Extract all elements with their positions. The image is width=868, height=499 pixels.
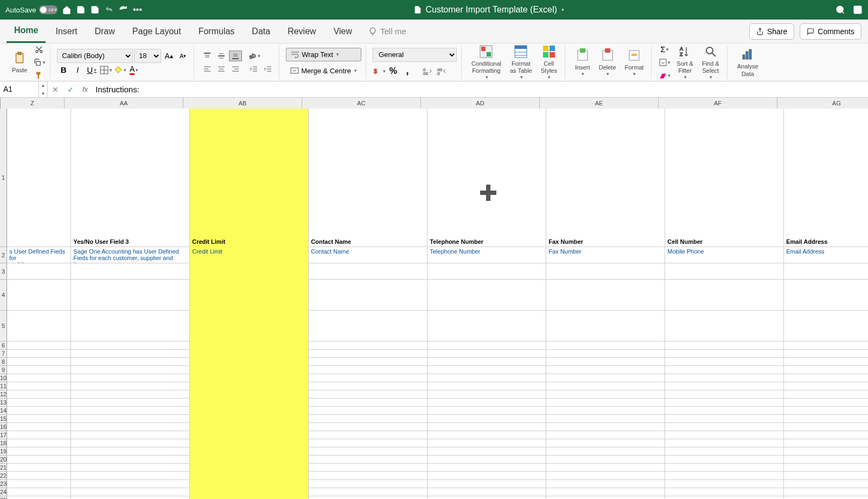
align-center-icon[interactable]	[215, 64, 228, 74]
cell[interactable]	[309, 439, 427, 447]
row-header[interactable]: 18	[0, 439, 7, 447]
row-header[interactable]: 25	[0, 496, 7, 499]
increase-decimal-icon[interactable]: .0.00	[420, 65, 433, 77]
cell[interactable]	[71, 407, 190, 415]
cell[interactable]	[190, 280, 309, 311]
cell[interactable]	[546, 456, 665, 464]
cell[interactable]	[427, 382, 546, 390]
cell[interactable]	[427, 472, 546, 480]
merge-centre-button[interactable]: Merge & Centre▾	[286, 65, 361, 77]
row-header[interactable]: 10	[0, 374, 7, 382]
cell[interactable]	[7, 447, 71, 456]
column-header[interactable]: Z	[1, 98, 65, 109]
cell[interactable]	[427, 311, 546, 342]
cell[interactable]	[71, 374, 190, 382]
cell[interactable]	[427, 399, 546, 407]
cell[interactable]	[71, 342, 190, 350]
fill-icon[interactable]: ▾	[658, 56, 671, 68]
cell[interactable]	[190, 399, 309, 407]
cell[interactable]	[71, 399, 190, 407]
cell[interactable]	[71, 423, 190, 431]
cell[interactable]	[427, 488, 546, 496]
format-cells-button[interactable]: Format▾	[622, 47, 647, 78]
row-header[interactable]: 20	[0, 456, 7, 464]
cell[interactable]: Mobile Phone	[665, 247, 784, 263]
cell[interactable]	[309, 263, 427, 280]
tell-me[interactable]: Tell me	[368, 27, 406, 36]
cell[interactable]	[784, 464, 868, 472]
row-header[interactable]: 23	[0, 480, 7, 488]
cell[interactable]	[784, 439, 868, 447]
cell[interactable]	[427, 439, 546, 447]
cell[interactable]	[665, 407, 784, 415]
orientation-icon[interactable]: ab▾	[247, 50, 260, 62]
cell[interactable]	[190, 423, 309, 431]
cell[interactable]: s User Defined Fieds forand item.d False	[7, 247, 71, 263]
cell[interactable]	[7, 350, 71, 358]
cell[interactable]	[546, 472, 665, 480]
cell[interactable]	[784, 496, 868, 499]
align-left-icon[interactable]	[201, 64, 214, 74]
cell[interactable]	[665, 366, 784, 374]
cell[interactable]	[190, 350, 309, 358]
cell[interactable]	[546, 358, 665, 366]
cell[interactable]	[665, 374, 784, 382]
cell[interactable]	[665, 390, 784, 399]
format-as-table-button[interactable]: Format as Table▾	[507, 43, 535, 81]
cell[interactable]	[7, 464, 71, 472]
cell[interactable]	[546, 407, 665, 415]
row-header[interactable]: 1	[0, 109, 7, 247]
cell[interactable]	[427, 390, 546, 399]
align-right-icon[interactable]	[229, 64, 242, 74]
tab-page-layout[interactable]: Page Layout	[125, 20, 189, 43]
paste-button[interactable]: Paste	[9, 49, 30, 75]
cell[interactable]	[546, 382, 665, 390]
cell[interactable]	[190, 496, 309, 499]
cell[interactable]	[7, 415, 71, 423]
cell[interactable]	[309, 472, 427, 480]
redo-icon[interactable]	[118, 5, 128, 15]
cell[interactable]	[71, 280, 190, 311]
cell[interactable]	[309, 342, 427, 350]
cell[interactable]	[190, 407, 309, 415]
cell[interactable]: Contact Name	[309, 247, 427, 263]
cell[interactable]	[7, 456, 71, 464]
cell[interactable]	[309, 280, 427, 311]
row-header[interactable]: 16	[0, 423, 7, 431]
tab-data[interactable]: Data	[244, 20, 278, 43]
comments-button[interactable]: Comments	[800, 23, 861, 40]
cell[interactable]	[427, 407, 546, 415]
row-header[interactable]: 13	[0, 399, 7, 407]
cell[interactable]	[546, 447, 665, 456]
cell[interactable]	[784, 311, 868, 342]
cell[interactable]	[665, 439, 784, 447]
column-header[interactable]: AG	[777, 98, 868, 109]
cell[interactable]	[7, 407, 71, 415]
cell[interactable]	[546, 464, 665, 472]
column-header[interactable]: AA	[65, 98, 183, 109]
cell[interactable]: Sage One Accounting has User Defined Fie…	[71, 247, 190, 263]
percent-icon[interactable]: %	[387, 65, 400, 77]
cell[interactable]	[427, 342, 546, 350]
align-top-icon[interactable]	[201, 50, 214, 61]
font-name-select[interactable]: Calibri (Body)	[57, 49, 133, 63]
cell[interactable]	[665, 311, 784, 342]
column-header[interactable]: AF	[659, 98, 777, 109]
row-header[interactable]: 9	[0, 366, 7, 374]
cell[interactable]: Email Address	[784, 247, 868, 263]
font-size-select[interactable]: 18	[134, 49, 161, 63]
cell[interactable]: Credit Limit	[190, 109, 309, 247]
home-icon[interactable]	[62, 5, 72, 15]
cell[interactable]	[427, 464, 546, 472]
cell[interactable]	[665, 280, 784, 311]
cell[interactable]	[665, 447, 784, 456]
cell[interactable]	[427, 366, 546, 374]
cell[interactable]	[190, 439, 309, 447]
cell[interactable]	[190, 431, 309, 439]
cell[interactable]	[71, 472, 190, 480]
search-icon[interactable]	[835, 5, 845, 15]
cell[interactable]	[665, 382, 784, 390]
cell[interactable]: Fax Number	[546, 109, 665, 247]
cell[interactable]	[784, 431, 868, 439]
cell[interactable]	[665, 480, 784, 488]
